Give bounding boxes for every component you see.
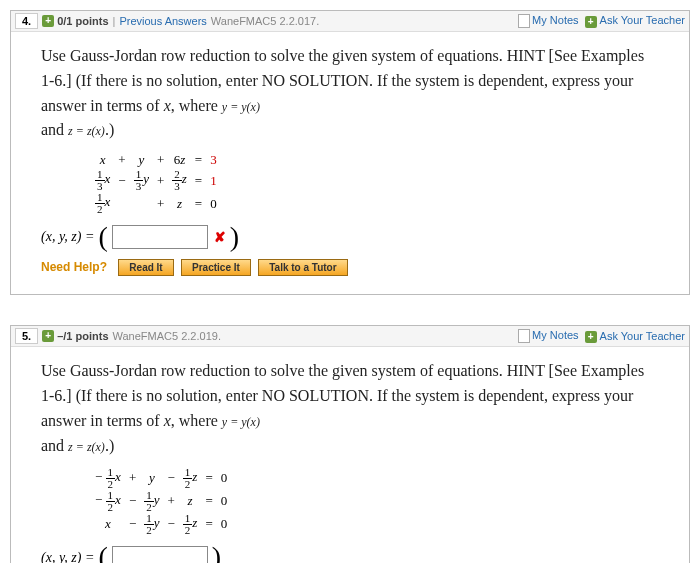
question-header: 4. + 0/1 points | Previous Answers WaneF… <box>11 11 689 32</box>
question-body: Use Gauss-Jordan row reduction to solve … <box>11 32 689 294</box>
expand-icon[interactable]: + <box>42 330 54 342</box>
right-paren: ) <box>230 226 239 248</box>
answer-label: (x, y, z) = <box>41 229 94 245</box>
instruction-text: Use Gauss-Jordan row reduction to solve … <box>41 359 659 458</box>
right-paren: ) <box>212 546 221 563</box>
question-4: 4. + 0/1 points | Previous Answers WaneF… <box>10 10 690 295</box>
left-paren: ( <box>98 226 107 248</box>
incorrect-icon: ✘ <box>214 229 226 246</box>
equation-system: − 12x+y−12z=0− 12x−12y+z=0x−12y−12z=0 <box>91 467 659 536</box>
answer-input[interactable] <box>112 546 208 563</box>
points-label: 0/1 points <box>57 15 108 27</box>
my-notes-link[interactable]: My Notes <box>518 14 578 28</box>
note-icon <box>518 14 530 28</box>
practice-it-button[interactable]: Practice It <box>181 259 251 276</box>
plus-icon: + <box>585 331 597 343</box>
need-help-label: Need Help? <box>41 260 107 274</box>
left-paren: ( <box>98 546 107 563</box>
answer-row: (x, y, z) = ( ) <box>41 546 659 563</box>
equation-system: x+y+6z=313x−13y+23z=112x+z=0 <box>91 151 659 215</box>
equation-table: x+y+6z=313x−13y+23z=112x+z=0 <box>91 151 221 215</box>
question-number: 4. <box>15 13 38 29</box>
question-5: 5. + –/1 points WaneFMAC5 2.2.019. My No… <box>10 325 690 563</box>
separator: | <box>113 15 116 27</box>
ask-teacher-link[interactable]: +Ask Your Teacher <box>585 14 685 27</box>
need-help-row: Need Help? Read It Practice It Talk to a… <box>41 259 659 276</box>
talk-tutor-button[interactable]: Talk to a Tutor <box>258 259 347 276</box>
points-label: –/1 points <box>57 330 108 342</box>
source-label: WaneFMAC5 2.2.019. <box>113 330 221 342</box>
question-header: 5. + –/1 points WaneFMAC5 2.2.019. My No… <box>11 326 689 347</box>
answer-row: (x, y, z) = ( ✘ ) <box>41 225 659 249</box>
ask-teacher-link[interactable]: +Ask Your Teacher <box>585 330 685 343</box>
previous-answers-link[interactable]: Previous Answers <box>119 15 206 27</box>
note-icon <box>518 329 530 343</box>
question-body: Use Gauss-Jordan row reduction to solve … <box>11 347 689 563</box>
answer-label: (x, y, z) = <box>41 550 94 563</box>
read-it-button[interactable]: Read It <box>118 259 173 276</box>
question-number: 5. <box>15 328 38 344</box>
plus-icon: + <box>585 16 597 28</box>
answer-input[interactable] <box>112 225 208 249</box>
source-label: WaneFMAC5 2.2.017. <box>211 15 319 27</box>
my-notes-link[interactable]: My Notes <box>518 329 578 343</box>
instruction-text: Use Gauss-Jordan row reduction to solve … <box>41 44 659 143</box>
equation-table: − 12x+y−12z=0− 12x−12y+z=0x−12y−12z=0 <box>91 467 231 536</box>
expand-icon[interactable]: + <box>42 15 54 27</box>
